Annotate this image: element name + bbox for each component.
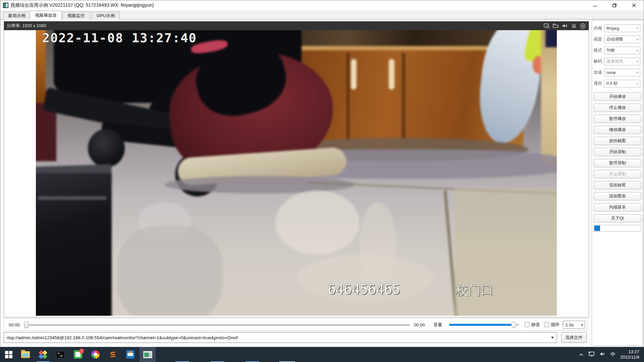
chevron-down-icon[interactable]: ▼ (548, 335, 557, 340)
stop-record-button: 停止录制 (594, 170, 641, 178)
buffer-label: 缓存 (594, 80, 602, 87)
mode-row: 模式 句柄▾ (592, 47, 643, 54)
speaker-icon[interactable] (561, 23, 568, 29)
url-input[interactable] (4, 335, 548, 340)
choose-file-label: 选择文件 (565, 335, 583, 341)
clock-time: 13:27 (620, 349, 639, 355)
taskbar-video-app[interactable] (140, 347, 156, 362)
osd-id-number: 646456465 (328, 282, 400, 297)
volume-handle[interactable] (511, 322, 516, 328)
taskbar-file-explorer[interactable] (17, 347, 34, 362)
screen-label: 画面 (594, 36, 602, 43)
mode-select[interactable]: 句柄▾ (604, 47, 640, 54)
taskbar-tortoise[interactable] (35, 347, 51, 362)
network-monitor-icon[interactable] (588, 351, 595, 358)
video-frame-floor-tone (117, 226, 223, 316)
speed-select[interactable]: 1.0x ▾ (563, 321, 585, 329)
about-qt-button[interactable]: 关于Qt (594, 214, 641, 223)
decode-select[interactable]: 速度优先▾ (604, 58, 640, 65)
buffer-value: 0.5 秒 (606, 81, 618, 86)
resume-play-button[interactable]: 继续播放 (594, 126, 641, 134)
speed-value: 1.0x (566, 322, 574, 327)
tab-video-monitor[interactable]: 视频监控 (62, 12, 90, 19)
clock-date: 2022/11/8 (620, 355, 639, 360)
pause-play-button[interactable]: 暂停播放 (594, 115, 641, 123)
start-play-button[interactable]: 开始播放 (594, 93, 641, 101)
choose-file-button[interactable]: 选择文件 (561, 332, 587, 343)
button-label: 内核版本 (609, 204, 626, 210)
app-icon (3, 3, 8, 8)
minimize-button[interactable] (585, 0, 605, 10)
windows-logo-icon (5, 351, 12, 358)
button-label: 开始播放 (609, 94, 626, 100)
accel-value: none (606, 70, 616, 75)
button-label: 继续播放 (609, 127, 626, 133)
title-bar[interactable]: 视频综合应用示例 V20221107 (QQ: 517216493 WX: fe… (0, 0, 644, 10)
video-frame-dark-corner (545, 30, 557, 47)
chevron-down-icon: ▾ (637, 38, 638, 41)
app-window: 视频综合应用示例 V20221107 (QQ: 517216493 WX: fe… (0, 0, 644, 347)
media-info-icon[interactable] (543, 23, 550, 29)
loop-checkbox[interactable] (544, 322, 549, 327)
windows-taskbar: 2 中 13:27 2022/11/8 (0, 347, 644, 362)
close-video-icon[interactable] (580, 23, 586, 29)
chevron-down-icon: ▾ (637, 49, 638, 52)
button-label: 暂停录制 (609, 160, 626, 166)
video-canvas[interactable]: 2022-11-08 13:27:40 646456465 校门口 (36, 30, 557, 316)
volume-fill[interactable] (449, 324, 514, 326)
tab-simple-example[interactable]: 最简示例 (3, 12, 31, 19)
loop-label: 循环 (551, 318, 559, 331)
add-shape-button[interactable]: 添加图形 (594, 192, 641, 200)
mute-checkbox[interactable] (525, 322, 530, 327)
tab-label: 视频监控 (67, 13, 85, 19)
stop-play-button[interactable]: 停止播放 (594, 104, 641, 112)
taskbar-vmware[interactable] (122, 347, 138, 362)
terminal-icon (56, 351, 65, 358)
chevron-down-icon: ▾ (637, 71, 638, 74)
mode-label: 模式 (594, 47, 602, 54)
url-combobox[interactable]: ▼ (4, 332, 557, 343)
notification-badge: 2 (79, 349, 84, 354)
taskbar-terminal[interactable] (52, 347, 68, 362)
seek-handle[interactable] (24, 321, 29, 328)
seek-groove[interactable] (24, 324, 410, 326)
video-frame-black-box-edge (38, 196, 106, 200)
osd-timestamp: 2022-11-08 13:27:40 (42, 31, 197, 45)
buffer-select[interactable]: 0.5 秒▾ (604, 80, 640, 87)
tab-gpu-example[interactable]: GPU示例 (92, 12, 120, 19)
alarm-icon[interactable] (571, 23, 577, 29)
kernel-version-button[interactable]: 内核版本 (594, 203, 641, 212)
screen-select[interactable]: 自动调整▾ (604, 36, 640, 43)
duration-time: 00:00 (414, 318, 425, 331)
close-button[interactable] (624, 0, 644, 10)
add-tag-button[interactable]: 添加标签 (594, 181, 641, 189)
start-button[interactable] (1, 347, 17, 362)
button-label: 停止播放 (609, 105, 626, 111)
tab-video-player[interactable]: 视频播放器 (30, 11, 62, 19)
pause-record-button[interactable]: 暂停录制 (594, 159, 641, 167)
restore-button[interactable] (605, 0, 624, 10)
taskbar-chrome[interactable] (87, 347, 103, 362)
snapshot-button[interactable]: 抓拍截图 (594, 137, 641, 145)
chevron-up-icon[interactable] (579, 352, 584, 358)
mode-value: 句柄 (606, 48, 615, 53)
speaker-tray-icon[interactable] (600, 352, 606, 358)
taskbar-qq[interactable]: 2 (70, 347, 86, 362)
video-frame-cabinet-handle (351, 59, 357, 90)
taskbar-clock[interactable]: 13:27 2022/11/8 (620, 349, 639, 360)
taskbar-sublime[interactable] (105, 347, 121, 362)
volume-slider[interactable] (449, 318, 520, 331)
start-record-button[interactable]: 开始录制 (594, 148, 641, 156)
video-frame-chair-wheel (88, 129, 125, 167)
accel-select[interactable]: none▾ (604, 69, 640, 76)
kernel-select[interactable]: ffmpeg▾ (604, 24, 640, 32)
qq-icon: 2 (74, 350, 82, 359)
screen-row: 画面 自动调整▾ (592, 36, 643, 43)
seek-slider[interactable] (24, 318, 410, 331)
button-label: 暂停播放 (609, 116, 626, 122)
file-explorer-icon (21, 351, 30, 358)
volume-label: 音量 (433, 318, 442, 331)
open-folder-icon[interactable] (552, 23, 559, 29)
tab-bar: 最简示例 视频播放器 视频监控 GPU示例 (0, 10, 644, 19)
input-method-indicator[interactable]: 中 (610, 351, 615, 358)
